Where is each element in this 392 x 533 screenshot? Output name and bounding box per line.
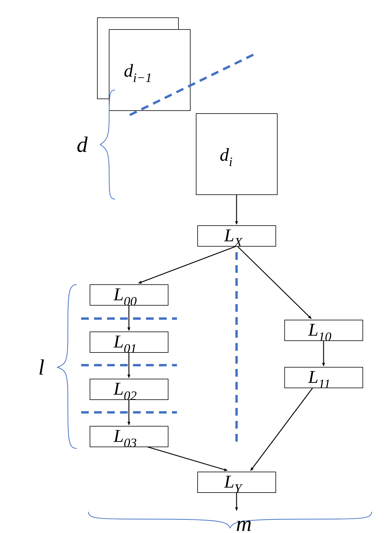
ly-base: L xyxy=(224,471,234,491)
d-back-sub: i−1 xyxy=(133,70,152,85)
l02-base: L xyxy=(113,378,124,398)
d-back-base: d xyxy=(124,60,133,81)
brace-m xyxy=(88,512,372,528)
l03-sub: 03 xyxy=(124,436,137,450)
d-i-sub: i xyxy=(229,155,232,169)
l00-base: L xyxy=(113,284,124,304)
d-i-base: d xyxy=(220,145,229,165)
brace-d-label: d xyxy=(77,132,88,157)
arrow-lx-to-l00 xyxy=(139,246,236,283)
arrow-l11-to-ly xyxy=(251,388,313,470)
data-box-front xyxy=(109,29,190,111)
l03-base: L xyxy=(113,426,124,446)
data-box-di xyxy=(196,114,277,195)
diagram-canvas: di−1 di LX L00 L01 L02 L03 L10 xyxy=(0,0,392,533)
brace-l-label: l xyxy=(38,355,45,379)
brace-l xyxy=(58,285,77,448)
arrow-l03-to-ly xyxy=(147,447,227,470)
l10-base: L xyxy=(308,319,318,340)
l01-base: L xyxy=(113,331,124,351)
l11-base: L xyxy=(308,367,318,387)
l01-sub: 01 xyxy=(124,341,137,356)
l00-sub: 00 xyxy=(124,294,137,309)
l10-sub: 10 xyxy=(318,329,331,344)
l11-sub: 11 xyxy=(318,377,330,391)
arrow-lx-to-l10 xyxy=(237,246,311,319)
lx-base: L xyxy=(224,225,234,245)
brace-m-label: m xyxy=(236,511,252,533)
l02-sub: 02 xyxy=(124,388,137,403)
